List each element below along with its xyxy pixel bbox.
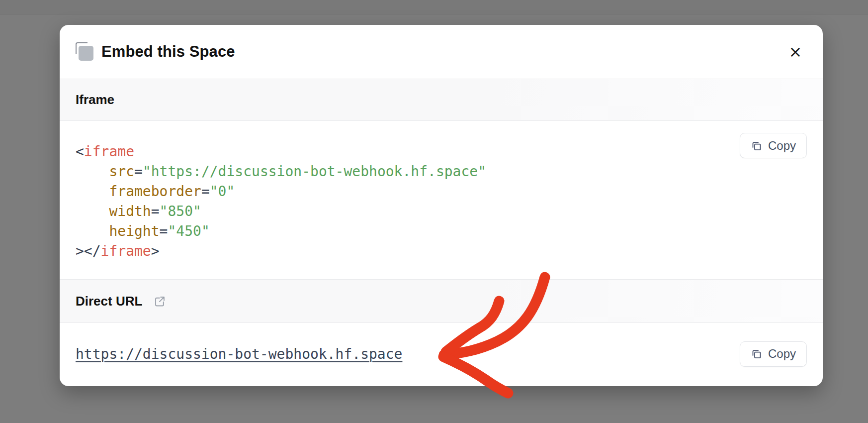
copy-icon [751,140,763,152]
direct-url-heading: Direct URL [76,294,142,309]
iframe-code-block: <iframe src="https://discussion-bot-webh… [76,142,807,261]
embed-squares-icon [76,42,94,61]
direct-url-section: https://discussion-bot-webhook.hf.space … [60,323,823,385]
iframe-section-header: Iframe [60,79,823,121]
modal-title-group: Embed this Space [76,42,235,61]
copy-button-label: Copy [768,139,796,153]
embed-space-modal: Embed this Space × Iframe <iframe src="h… [60,25,823,386]
modal-title: Embed this Space [101,43,235,61]
close-icon[interactable]: × [784,40,807,63]
iframe-code-section: <iframe src="https://discussion-bot-webh… [60,121,823,279]
copy-iframe-button[interactable]: Copy [740,133,807,158]
copy-button-label: Copy [768,347,796,361]
copy-icon [751,348,763,360]
iframe-heading: Iframe [76,92,114,107]
direct-url-section-header: Direct URL [60,279,823,323]
modal-header: Embed this Space × [60,25,823,79]
external-link-icon[interactable] [153,295,167,308]
direct-url-link[interactable]: https://discussion-bot-webhook.hf.space [76,346,402,362]
copy-url-button[interactable]: Copy [740,341,807,367]
dimmed-page-header-divider [0,0,868,14]
